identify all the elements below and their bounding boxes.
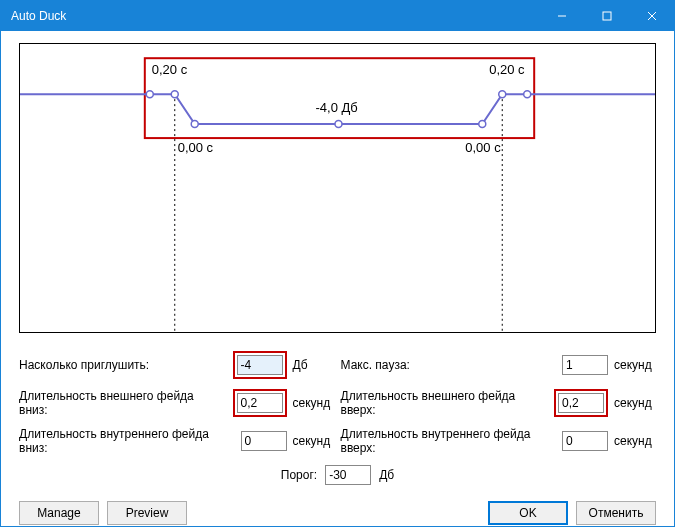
window-controls bbox=[539, 1, 674, 31]
ok-button[interactable]: OK bbox=[488, 501, 568, 525]
handle-inner-down-start[interactable] bbox=[171, 91, 178, 98]
label-inner-fade-down: Длительность внутреннего фейда вниз: bbox=[19, 427, 229, 455]
label-duck-amount: Насколько приглушить: bbox=[19, 358, 149, 372]
input-outer-fade-up[interactable] bbox=[558, 393, 604, 413]
handle-outer-up-end[interactable] bbox=[524, 91, 531, 98]
label-threshold: Порог: bbox=[281, 468, 317, 482]
close-button[interactable] bbox=[629, 1, 674, 31]
preview-button[interactable]: Preview bbox=[107, 501, 187, 525]
highlight-duck-amount bbox=[233, 351, 287, 379]
label-outer-fade-up: Длительность внешнего фейда вверх: bbox=[341, 389, 543, 417]
envelope-graph: 0,20 с 0,20 с -4,0 Дб 0,00 с 0,00 с bbox=[20, 44, 655, 332]
field-max-pause: Макс. пауза: секунд bbox=[341, 351, 657, 379]
unit-inner-fade-up: секунд bbox=[614, 434, 656, 448]
handle-duck-mid[interactable] bbox=[335, 121, 342, 128]
handle-outer-down-start[interactable] bbox=[146, 91, 153, 98]
input-inner-fade-down[interactable] bbox=[241, 431, 287, 451]
input-duck-amount[interactable] bbox=[237, 355, 283, 375]
minimize-icon bbox=[557, 11, 567, 21]
field-outer-fade-down: Длительность внешнего фейда вниз: секунд bbox=[19, 389, 335, 417]
label-inner-up: 0,00 с bbox=[465, 140, 501, 155]
graph-panel[interactable]: 0,20 с 0,20 с -4,0 Дб 0,00 с 0,00 с bbox=[19, 43, 656, 333]
field-duck-amount: Насколько приглушить: Дб bbox=[19, 351, 335, 379]
handle-inner-down-end[interactable] bbox=[191, 121, 198, 128]
label-outer-fade-down: Длительность внешнего фейда вниз: bbox=[19, 389, 221, 417]
highlight-outer-fade-up bbox=[554, 389, 608, 417]
unit-duck-amount: Дб bbox=[293, 358, 335, 372]
field-inner-fade-down: Длительность внутреннего фейда вниз: сек… bbox=[19, 427, 335, 455]
input-threshold[interactable] bbox=[325, 465, 371, 485]
maximize-button[interactable] bbox=[584, 1, 629, 31]
unit-max-pause: секунд bbox=[614, 358, 656, 372]
manage-button[interactable]: Manage bbox=[19, 501, 99, 525]
input-inner-fade-up[interactable] bbox=[562, 431, 608, 451]
unit-outer-fade-up: секунд bbox=[614, 396, 656, 410]
input-outer-fade-down[interactable] bbox=[237, 393, 283, 413]
client-area: 0,20 с 0,20 с -4,0 Дб 0,00 с 0,00 с Наск… bbox=[1, 31, 674, 526]
handle-inner-up-end[interactable] bbox=[499, 91, 506, 98]
label-max-pause: Макс. пауза: bbox=[341, 358, 410, 372]
highlight-outer-fade-down bbox=[233, 389, 287, 417]
titlebar[interactable]: Auto Duck bbox=[1, 1, 674, 31]
field-inner-fade-up: Длительность внутреннего фейда вверх: се… bbox=[341, 427, 657, 455]
close-icon bbox=[647, 11, 657, 21]
label-inner-fade-up: Длительность внутреннего фейда вверх: bbox=[341, 427, 551, 455]
maximize-icon bbox=[602, 11, 612, 21]
form-area: Насколько приглушить: Дб Макс. пауза: се… bbox=[19, 351, 656, 455]
minimize-button[interactable] bbox=[539, 1, 584, 31]
unit-inner-fade-down: секунд bbox=[293, 434, 335, 448]
input-max-pause[interactable] bbox=[562, 355, 608, 375]
handle-inner-up-start[interactable] bbox=[479, 121, 486, 128]
label-outer-down: 0,20 с bbox=[152, 62, 188, 77]
dialog-window: Auto Duck bbox=[0, 0, 675, 527]
label-duck-db: -4,0 Дб bbox=[316, 100, 358, 115]
label-inner-down: 0,00 с bbox=[178, 140, 214, 155]
window-title: Auto Duck bbox=[11, 9, 539, 23]
svg-rect-1 bbox=[603, 12, 611, 20]
button-bar: Manage Preview OK Отменить bbox=[19, 501, 656, 525]
unit-outer-fade-down: секунд bbox=[293, 396, 335, 410]
field-threshold: Порог: Дб bbox=[19, 465, 656, 485]
label-outer-up: 0,20 с bbox=[489, 62, 525, 77]
cancel-button[interactable]: Отменить bbox=[576, 501, 656, 525]
unit-threshold: Дб bbox=[379, 468, 394, 482]
field-outer-fade-up: Длительность внешнего фейда вверх: секун… bbox=[341, 389, 657, 417]
